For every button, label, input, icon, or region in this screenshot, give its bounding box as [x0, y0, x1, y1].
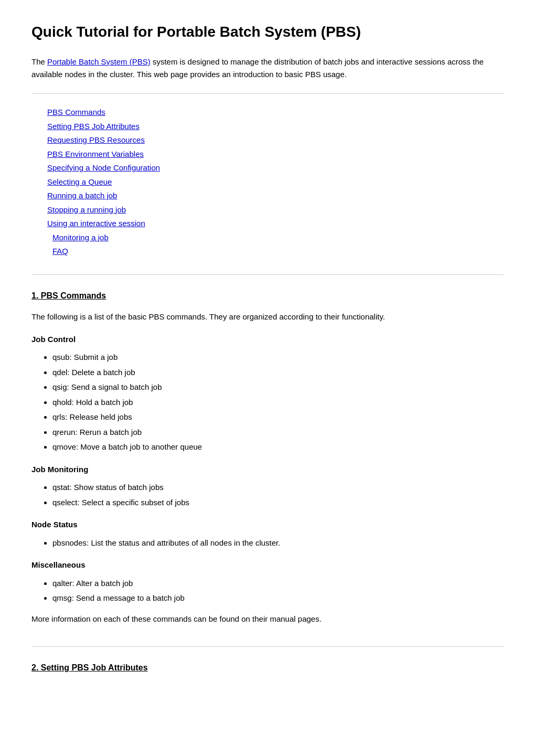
list-item: qsub: Submit a job: [52, 352, 504, 364]
intro-paragraph: The Portable Batch System (PBS) system i…: [31, 56, 504, 81]
list-item: qalter: Alter a batch job: [52, 578, 504, 590]
list-item: qselect: Select a specific subset of job…: [52, 497, 504, 509]
toc-item-4: PBS Environment Variables: [47, 148, 504, 161]
toc-link-2[interactable]: Setting PBS Job Attributes: [47, 122, 140, 131]
section-pbs-commands: 1. PBS Commands The following is a list …: [31, 290, 504, 642]
toc-link-9[interactable]: Using an interactive session: [47, 219, 145, 228]
pbs-link[interactable]: Portable Batch System (PBS): [47, 57, 151, 66]
list-item: pbsnodes: List the status and attributes…: [52, 537, 504, 549]
job-monitoring-list: qstat: Show status of batch jobs qselect…: [31, 482, 504, 508]
top-divider: [31, 93, 504, 94]
section2-header-link[interactable]: 2. Setting PBS Job Attributes: [31, 663, 148, 672]
toc-link-3[interactable]: Requesting PBS Resources: [47, 135, 145, 144]
list-item: qdel: Delete a batch job: [52, 367, 504, 379]
node-status-list: pbsnodes: List the status and attributes…: [31, 537, 504, 549]
intro-text-before: The: [31, 57, 47, 66]
miscellaneous-list: qalter: Alter a batch job qmsg: Send a m…: [31, 578, 504, 604]
toc-item-2: Setting PBS Job Attributes: [47, 121, 504, 133]
job-control-title: Job Control: [31, 334, 504, 346]
subsection-miscellaneous: Miscellaneous qalter: Alter a batch job …: [31, 559, 504, 604]
list-item: qstat: Show status of batch jobs: [52, 482, 504, 494]
list-item: qrls: Release held jobs: [52, 411, 504, 423]
section1-intro: The following is a list of the basic PBS…: [31, 311, 504, 323]
section2-divider: [31, 646, 504, 647]
toc-item-9: Using an interactive session: [47, 218, 504, 230]
job-monitoring-title: Job Monitoring: [31, 464, 504, 476]
miscellaneous-title: Miscellaneous: [31, 559, 504, 571]
toc-item-3: Requesting PBS Resources: [47, 134, 504, 146]
list-item: qsig: Send a signal to batch job: [52, 381, 504, 393]
toc-item-5: Specifying a Node Configuration: [47, 162, 504, 174]
toc-link-5[interactable]: Specifying a Node Configuration: [47, 163, 160, 172]
subsection-job-monitoring: Job Monitoring qstat: Show status of bat…: [31, 464, 504, 509]
toc-link-7[interactable]: Running a batch job: [47, 191, 117, 200]
toc-link-8[interactable]: Stopping a running job: [47, 205, 126, 214]
section2-header: 2. Setting PBS Job Attributes: [31, 662, 504, 674]
subsection-node-status: Node Status pbsnodes: List the status an…: [31, 519, 504, 549]
toc-link-10[interactable]: Monitoring a job: [52, 233, 109, 242]
section-setting-pbs: 2. Setting PBS Job Attributes: [31, 662, 504, 695]
list-item: qrerun: Rerun a batch job: [52, 427, 504, 439]
list-item: qhold: Hold a batch job: [52, 397, 504, 409]
list-item: qmsg: Send a message to a batch job: [52, 592, 504, 604]
toc-item-6: Selecting a Queue: [47, 176, 504, 188]
toc-item-8: Stopping a running job: [47, 204, 504, 216]
section1-header-link[interactable]: 1. PBS Commands: [31, 291, 106, 300]
toc-link-4[interactable]: PBS Environment Variables: [47, 150, 144, 158]
toc-link-6[interactable]: Selecting a Queue: [47, 177, 112, 186]
node-status-title: Node Status: [31, 519, 504, 531]
toc-link-1[interactable]: PBS Commands: [47, 108, 105, 116]
toc-item-11: FAQ: [47, 246, 504, 258]
toc-link-11[interactable]: FAQ: [52, 247, 68, 255]
table-of-contents: PBS Commands Setting PBS Job Attributes …: [31, 98, 504, 270]
subsection-job-control: Job Control qsub: Submit a job qdel: Del…: [31, 334, 504, 453]
page-title: Quick Tutorial for Portable Batch System…: [31, 21, 504, 43]
toc-item-7: Running a batch job: [47, 190, 504, 202]
job-control-list: qsub: Submit a job qdel: Delete a batch …: [31, 352, 504, 453]
section1-footer: More information on each of these comman…: [31, 613, 504, 625]
middle-divider: [31, 274, 504, 275]
section1-header: 1. PBS Commands: [31, 290, 504, 302]
toc-item-10: Monitoring a job: [47, 232, 504, 244]
toc-list: PBS Commands Setting PBS Job Attributes …: [31, 107, 504, 258]
toc-item-1: PBS Commands: [47, 107, 504, 119]
list-item: qmove: Move a batch job to another queue: [52, 441, 504, 453]
